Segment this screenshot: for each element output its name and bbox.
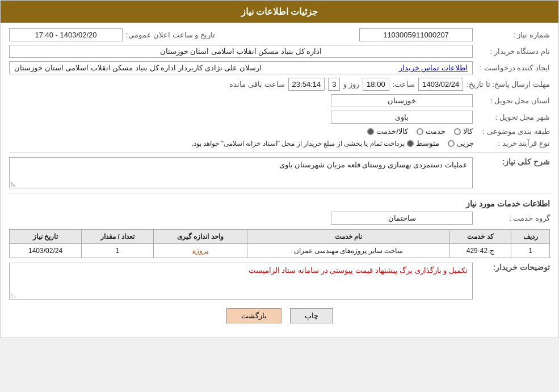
- col-unit: واحد اندازه گیری: [154, 230, 247, 244]
- cell-date: 1403/02/24: [10, 244, 82, 258]
- buyer-desc-value: تکمیل و بارگذاری برگ پیشنهاد قیمت پیوستی…: [249, 266, 468, 275]
- city-value: باوی: [331, 111, 473, 124]
- creator-row: اطلاعات تماس خریدار ارسلان علی نژادی کار…: [9, 61, 473, 74]
- category-khadamat-radio[interactable]: [417, 128, 423, 135]
- remaining-days-label: روز و: [343, 80, 359, 88]
- province-label: استان محل تحویل :: [476, 96, 550, 105]
- process-label: نوع فرآیند خرید :: [476, 139, 550, 147]
- remaining-days: 3: [328, 78, 340, 91]
- category-kala-item[interactable]: کالا: [454, 127, 473, 136]
- process-jozii-item[interactable]: جزیی: [448, 139, 474, 147]
- process-note: پرداخت تمام یا بخشی از مبلغ خریدار از مح…: [192, 140, 405, 147]
- description-value: عملیات دستمزدی بهسازی روستای قلعه مزبان …: [279, 161, 468, 169]
- services-table: ردیف کد خدمت نام خدمت واحد اندازه گیری ت…: [9, 229, 550, 258]
- page-title: جزئیات اطلاعات نیاز: [241, 7, 318, 16]
- cell-radif: 1: [511, 244, 550, 258]
- deadline-label: مهلت ارسال پاسخ: تا تاریخ:: [466, 80, 550, 88]
- buyer-desc-label: توضیحات خریدار:: [476, 263, 550, 272]
- creator-label: ایجاد کننده درخواست :: [476, 64, 550, 72]
- cell-count: 1: [82, 244, 154, 258]
- niyaz-number-label: شماره نیاز :: [476, 31, 550, 39]
- buyer-org-value: اداره کل بنیاد مسکن انقلاب اسلامی استان …: [9, 45, 473, 58]
- cell-name: ساخت سایر پروژه‌های مهندسی عمران: [247, 244, 449, 258]
- category-khadamat-item[interactable]: خدمت: [417, 127, 445, 136]
- niyaz-number-value: 1103005911000207: [359, 28, 473, 41]
- creator-link[interactable]: اطلاعات تماس خریدار: [399, 64, 468, 72]
- print-button[interactable]: چاپ: [290, 308, 333, 323]
- city-label: شهر محل تحویل :: [476, 113, 550, 121]
- service-group-value: ساختمان: [331, 212, 473, 225]
- province-value: خوزستان: [331, 94, 473, 107]
- col-radif: ردیف: [511, 230, 550, 244]
- deadline-time-label: ساعت:: [393, 80, 415, 88]
- category-kala-khadamat-item[interactable]: کالا/خدمت: [367, 127, 408, 136]
- col-count: تعداد / مقدار: [82, 230, 154, 244]
- category-radio-group: کالا خدمت کالا/خدمت: [367, 127, 473, 136]
- category-kala-khadamat-radio[interactable]: [367, 128, 374, 135]
- services-table-section: ردیف کد خدمت نام خدمت واحد اندازه گیری ت…: [9, 229, 550, 258]
- col-date: تاریخ نیاز: [10, 230, 82, 244]
- col-name: نام خدمت: [247, 230, 449, 244]
- process-radio-group: جزیی متوسط: [407, 139, 474, 147]
- remaining-time-label: ساعت باقی مانده: [229, 80, 284, 88]
- category-kala-radio[interactable]: [454, 128, 461, 135]
- category-label: طبقه بندی موضوعی :: [476, 127, 550, 136]
- cell-code: ج-42-429: [449, 244, 511, 258]
- category-kala-label: کالا: [463, 127, 473, 136]
- cell-unit[interactable]: پروژه: [154, 244, 247, 258]
- description-label: شرح کلی نیاز:: [476, 157, 550, 166]
- footer-buttons: چاپ بازگشت: [9, 308, 550, 323]
- buyer-desc-textarea: تکمیل و بارگذاری برگ پیشنهاد قیمت پیوستی…: [9, 263, 473, 300]
- process-motavaset-label: متوسط: [416, 139, 439, 147]
- date-value: 1403/02/20 - 17:40: [9, 28, 123, 41]
- deadline-time: 18:00: [363, 78, 389, 91]
- services-section-title: اطلاعات خدمات مورد نیاز: [9, 199, 550, 208]
- category-khadamat-label: خدمت: [426, 127, 445, 136]
- description-textarea: عملیات دستمزدی بهسازی روستای قلعه مزبان …: [9, 157, 473, 188]
- col-code: کد خدمت: [449, 230, 511, 244]
- process-jozii-radio[interactable]: [448, 140, 455, 147]
- process-motavaset-item[interactable]: متوسط: [407, 139, 439, 147]
- service-group-label: گروه خدمت :: [476, 214, 550, 222]
- process-motavaset-radio[interactable]: [407, 140, 414, 147]
- date-label: تاریخ و ساعت اعلان عمومی:: [126, 31, 215, 39]
- category-kala-khadamat-label: کالا/خدمت: [376, 127, 408, 136]
- remaining-time: 23:54:14: [288, 78, 325, 91]
- process-jozii-label: جزیی: [457, 139, 474, 147]
- creator-value: ارسلان علی نژادی کاربردار اداره کل بنیاد…: [14, 64, 262, 72]
- buyer-org-label: نام دستگاه خریدار :: [476, 47, 550, 56]
- page-header: جزئیات اطلاعات نیاز: [1, 1, 558, 23]
- deadline-date: 1403/02/24: [418, 78, 463, 91]
- back-button[interactable]: بازگشت: [226, 308, 281, 323]
- table-row: 1 ج-42-429 ساخت سایر پروژه‌های مهندسی عم…: [10, 244, 550, 258]
